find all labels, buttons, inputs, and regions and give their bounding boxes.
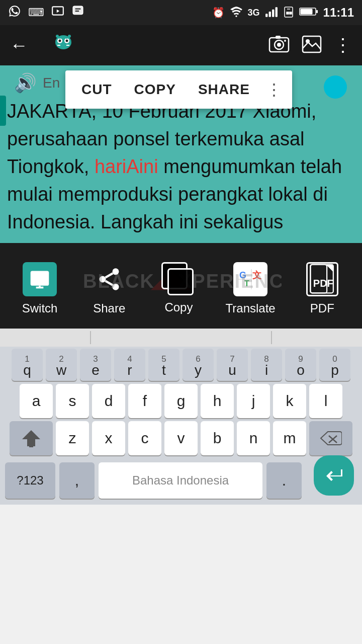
key-f[interactable]: f — [128, 384, 161, 418]
key-m[interactable]: m — [273, 421, 306, 455]
num123-key[interactable]: ?123 — [5, 462, 55, 499]
svg-rect-8 — [275, 7, 277, 17]
svg-rect-7 — [272, 9, 274, 17]
switch-icon — [22, 261, 58, 297]
copy-label: Copy — [164, 300, 193, 314]
spacer-line-2 — [271, 331, 272, 344]
status-bar-right: ⏰ 3G 11:11 — [212, 5, 354, 21]
back-button[interactable]: ← — [10, 35, 28, 56]
more-icon[interactable]: ⋮ — [334, 35, 352, 56]
svg-line-44 — [106, 274, 113, 278]
cut-button[interactable]: CUT — [70, 82, 123, 98]
key-x[interactable]: x — [92, 421, 125, 455]
svg-rect-6 — [268, 12, 270, 17]
battery-icon — [299, 7, 318, 19]
share-icon — [91, 261, 127, 297]
image-icon[interactable] — [302, 35, 322, 55]
svg-text:T: T — [244, 279, 249, 288]
key-i-num[interactable]: 8 i — [251, 349, 282, 381]
switch-button[interactable]: Switch — [17, 261, 62, 315]
pdf-label: PDF — [310, 301, 334, 315]
key-row-3: z x c v b n m — [0, 421, 362, 455]
svg-rect-55 — [29, 446, 33, 447]
key-p-num[interactable]: 0 p — [319, 349, 350, 381]
shift-key[interactable] — [10, 421, 53, 455]
key-k[interactable]: k — [273, 384, 306, 418]
key-t-num[interactable]: 5 t — [148, 349, 179, 381]
translate-icon: G T 文 — [232, 261, 268, 297]
app-bar-right: ⋮ — [268, 34, 352, 57]
context-menu: CUT COPY SHARE ⋮ — [65, 70, 292, 109]
key-o-num[interactable]: 9 o — [285, 349, 316, 381]
app-logo — [48, 33, 78, 58]
key-u-num[interactable]: 7 u — [217, 349, 248, 381]
translate-toolbar-button[interactable]: G T 文 Translate — [226, 261, 276, 315]
key-row-2: a s d f g h j k l — [0, 384, 362, 418]
status-bar-left: ⌨ — [8, 5, 84, 21]
svg-rect-15 — [300, 9, 312, 14]
key-h[interactable]: h — [201, 384, 234, 418]
key-a[interactable]: a — [20, 384, 53, 418]
signal-bars-icon — [265, 6, 278, 20]
sim-icon — [283, 5, 294, 21]
backspace-key[interactable] — [309, 421, 352, 455]
switch-label: Switch — [22, 301, 58, 315]
pdf-toolbar-button[interactable]: PDF PDF — [300, 261, 345, 315]
key-y-num[interactable]: 6 y — [183, 349, 214, 381]
key-e-num[interactable]: 3 e — [80, 349, 111, 381]
svg-rect-11 — [287, 12, 289, 14]
3g-icon: 3G — [248, 8, 260, 18]
app-bar: ← — [0, 25, 362, 65]
svg-point-20 — [66, 40, 68, 42]
key-g[interactable]: g — [164, 384, 198, 418]
content-text[interactable]: JAKARTA, 10 Februari 2017 Xiaomi, perusa… — [7, 98, 355, 236]
svg-rect-1 — [73, 6, 83, 14]
svg-point-41 — [100, 276, 106, 283]
spacer-bar — [0, 329, 362, 347]
copy-button[interactable]: COPY — [123, 82, 187, 98]
screen-record-icon — [51, 5, 64, 21]
key-d[interactable]: d — [92, 384, 125, 418]
svg-text:文: 文 — [252, 270, 261, 280]
speaker-icon[interactable]: 🔊 — [14, 72, 37, 94]
status-time: 11:11 — [323, 6, 354, 20]
svg-text:PDF: PDF — [313, 278, 333, 289]
camera-icon[interactable] — [268, 34, 290, 57]
svg-line-43 — [106, 281, 113, 286]
enter-key[interactable] — [314, 455, 354, 496]
comma-key[interactable]: , — [59, 462, 95, 499]
space-key[interactable]: Bahasa Indonesia — [99, 462, 262, 499]
svg-rect-37 — [31, 271, 49, 286]
key-v[interactable]: v — [164, 421, 198, 455]
bbm-icon — [71, 5, 84, 21]
keyboard-icon: ⌨ — [28, 6, 44, 19]
key-l[interactable]: l — [309, 384, 342, 418]
share-toolbar-button[interactable]: Share — [86, 261, 132, 315]
side-indicator — [0, 96, 6, 126]
key-s[interactable]: s — [56, 384, 89, 418]
key-w-num[interactable]: 2 w — [46, 349, 77, 381]
key-c[interactable]: c — [128, 421, 161, 455]
bottom-row: ?123 , Bahasa Indonesia . — [0, 458, 362, 503]
svg-rect-5 — [265, 14, 267, 17]
key-r-num[interactable]: 4 r — [114, 349, 145, 381]
more-button[interactable]: ⋮ — [261, 80, 287, 99]
translate-label: Translate — [226, 301, 276, 315]
copy-toolbar-button[interactable]: Copy — [156, 262, 201, 314]
period-key[interactable]: . — [266, 462, 302, 499]
key-n[interactable]: n — [237, 421, 270, 455]
key-q-num[interactable]: 1 q — [12, 349, 43, 381]
number-row: 1 q 2 w 3 e 4 r 5 t 6 y 7 u 8 i — [0, 349, 362, 381]
key-b[interactable]: b — [201, 421, 234, 455]
share-label: Share — [93, 301, 125, 315]
share-button[interactable]: SHARE — [187, 82, 261, 98]
teal-dot — [324, 75, 347, 99]
pdf-icon: PDF — [304, 261, 340, 297]
key-z[interactable]: z — [56, 421, 89, 455]
svg-rect-12 — [290, 12, 292, 14]
key-j[interactable]: j — [237, 384, 270, 418]
svg-point-40 — [113, 269, 119, 275]
svg-point-31 — [284, 40, 286, 42]
alarm-icon: ⏰ — [212, 7, 225, 19]
copy-icon — [161, 262, 196, 296]
